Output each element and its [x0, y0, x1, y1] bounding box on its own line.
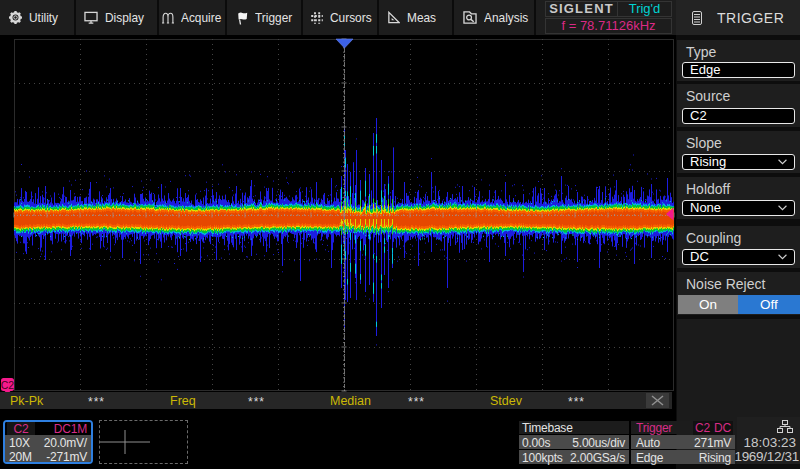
svg-text:C2: C2	[1, 379, 15, 391]
